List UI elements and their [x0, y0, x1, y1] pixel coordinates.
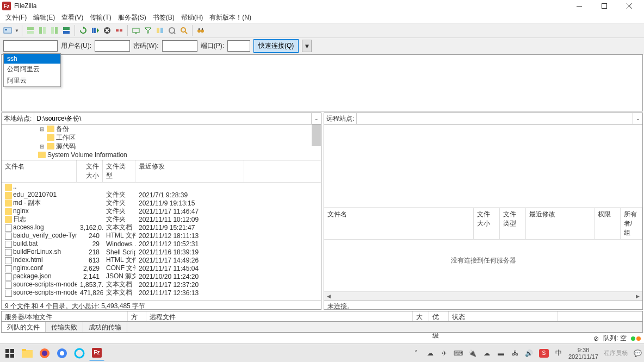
queue-tab[interactable]: 列队的文件 [2, 322, 46, 332]
queue-column[interactable]: 大小 [413, 311, 429, 321]
column-header[interactable]: 文件大小 [77, 160, 103, 182]
local-path-dropdown-icon[interactable]: ⌄ [311, 113, 321, 124]
local-tree[interactable]: ⊞备份工作区⊞源代码System Volume Information [1, 124, 321, 160]
toggle-queue-icon[interactable] [61, 25, 72, 36]
file-row[interactable]: nginx.conf2,629CONF 文件2021/11/17 11:45:0… [2, 264, 321, 272]
chrome-icon[interactable] [54, 346, 70, 361]
remote-path-dropdown-icon[interactable]: ⌄ [633, 113, 642, 124]
cortana-icon[interactable] [72, 346, 87, 361]
toggle-log-icon[interactable] [25, 25, 36, 36]
tray-lang-icon[interactable]: 中 [554, 349, 563, 358]
explorer-icon[interactable] [20, 346, 35, 361]
tray-notifications-icon[interactable]: 💬 [633, 349, 642, 358]
disconnect-icon[interactable] [114, 25, 125, 36]
remote-path-input[interactable] [356, 113, 633, 124]
column-header[interactable]: 文件名 [324, 208, 474, 239]
host-dropdown-item[interactable]: 阿里云 [4, 75, 60, 86]
file-row[interactable]: package.json2,141JSON 源文件2021/10/20 11:2… [2, 272, 321, 280]
filezilla-taskbar-icon[interactable]: Fz [89, 346, 104, 361]
queue-column[interactable]: 状态 [449, 311, 558, 321]
file-row[interactable]: .. [2, 183, 321, 191]
tray-up-icon[interactable]: ˄ [412, 349, 420, 358]
tray-sogou-icon[interactable]: S [539, 349, 549, 358]
file-row[interactable]: 日志文件夹2021/11/11 10:12:09 [2, 215, 321, 223]
tray-location-icon[interactable]: ✈ [440, 349, 449, 358]
host-input[interactable] [3, 40, 58, 52]
column-header[interactable]: 最近修改 [526, 208, 595, 239]
column-header[interactable]: 文件大小 [474, 208, 500, 239]
column-header[interactable]: 文件类型 [103, 160, 135, 182]
menu-item[interactable]: 服务器(S) [115, 12, 150, 23]
scrollbar-thumb[interactable] [312, 124, 321, 146]
tray-cloud-icon[interactable]: ☁ [482, 349, 491, 358]
sync-browsing-icon[interactable] [166, 25, 177, 36]
cancel-icon[interactable] [102, 25, 113, 36]
refresh-icon[interactable] [78, 25, 89, 36]
column-header[interactable]: 所有者/组 [621, 208, 642, 239]
file-row[interactable]: source-scripts-m-node-...1,853,7...文本文档2… [2, 280, 321, 289]
column-header[interactable]: 最近修改 [135, 160, 244, 182]
column-header[interactable]: 权限 [595, 208, 621, 239]
menu-item[interactable]: 编辑(E) [30, 12, 58, 23]
column-header[interactable]: 文件名 [2, 160, 77, 182]
toggle-local-tree-icon[interactable] [37, 25, 48, 36]
tray-battery-icon[interactable]: ▬ [497, 349, 505, 358]
site-manager-icon[interactable] [2, 25, 13, 36]
username-input[interactable] [95, 40, 130, 52]
remote-file-list[interactable]: 文件名文件大小文件类型最近修改权限所有者/组没有连接到任何服务器◀▶ [324, 208, 643, 301]
menu-item[interactable]: 有新版本！(N) [206, 12, 255, 23]
file-row[interactable]: md - 副本文件夹2021/11/9 19:13:15 [2, 199, 321, 207]
menu-item[interactable]: 书签(B) [150, 12, 178, 23]
tray-net-icon[interactable]: 🖧 [511, 349, 519, 358]
menu-item[interactable]: 传输(T) [86, 12, 114, 23]
compare-icon[interactable] [154, 25, 165, 36]
tree-item[interactable]: System Volume Information [2, 151, 321, 159]
queue-tab[interactable]: 传输失败 [46, 322, 83, 332]
scroll-right-icon[interactable]: ▶ [633, 292, 642, 301]
filter-icon[interactable] [143, 25, 153, 36]
maximize-button[interactable] [592, 0, 617, 12]
log-pane[interactable] [1, 54, 643, 111]
site-manager-dropdown-icon[interactable]: ▼ [15, 28, 19, 33]
queue-column[interactable]: 服务器/本地文件 [2, 311, 128, 321]
tree-item[interactable]: 工作区 [2, 133, 321, 142]
tray-ime-icon[interactable]: ⌨ [454, 349, 463, 358]
toggle-remote-tree-icon[interactable] [49, 25, 60, 36]
tree-item[interactable]: ⊞备份 [2, 124, 321, 133]
start-button[interactable] [2, 346, 17, 361]
tray-volume-icon[interactable]: 🔊 [525, 349, 534, 358]
close-button[interactable] [617, 0, 642, 12]
remote-tree[interactable] [324, 124, 643, 208]
menu-item[interactable]: 帮助(H) [178, 12, 207, 23]
file-row[interactable]: source-scripts-m-node-...471,826文本文档2021… [2, 289, 321, 297]
host-dropdown-item[interactable]: ssh [4, 54, 60, 64]
file-row[interactable]: index.html613HTML 文件2021/11/17 14:49:26 [2, 256, 321, 264]
tray-onedrive-icon[interactable]: ☁ [426, 349, 435, 358]
search-remote-icon[interactable] [178, 25, 189, 36]
password-input[interactable] [162, 40, 197, 52]
local-path-input[interactable] [34, 113, 311, 124]
reconnect-icon[interactable] [131, 25, 141, 36]
tree-item[interactable]: ⊞源代码 [2, 142, 321, 151]
queue-column[interactable]: 优先级 [429, 311, 449, 321]
local-file-list[interactable]: 文件名文件大小文件类型最近修改..edu_20210701文件夹2021/7/1… [1, 160, 321, 301]
quickconnect-button[interactable]: 快速连接(Q) [253, 39, 299, 53]
queue-column[interactable]: 方向 [128, 311, 146, 321]
host-dropdown-item[interactable]: 公司阿里云 [4, 64, 60, 75]
file-row[interactable]: edu_20210701文件夹2021/7/1 9:28:39 [2, 191, 321, 199]
file-row[interactable]: access.log3,162,0...文本文档2021/11/9 15:21:… [2, 223, 321, 232]
quickconnect-dropdown-button[interactable]: ▼ [302, 40, 312, 52]
file-row[interactable]: baidu_verify_code-Tym...240HTML 文件2021/1… [2, 232, 321, 240]
process-queue-icon[interactable] [90, 25, 101, 36]
tray-power-icon[interactable]: 🔌 [468, 349, 477, 358]
firefox-icon[interactable] [37, 346, 52, 361]
column-header[interactable]: 文件类型 [500, 208, 526, 239]
scroll-left-icon[interactable]: ◀ [324, 292, 333, 301]
port-input[interactable] [227, 40, 250, 52]
queue-column[interactable]: 远程文件 [146, 311, 413, 321]
binoculars-icon[interactable] [195, 25, 206, 36]
file-row[interactable]: nginx文件夹2021/11/17 11:46:47 [2, 207, 321, 215]
file-row[interactable]: build.bat29Windows ...2021/11/12 10:52:3… [2, 240, 321, 248]
file-row[interactable]: buildForLinux.sh218Shell Script2021/11/1… [2, 248, 321, 256]
menu-item[interactable]: 文件(F) [2, 12, 30, 23]
